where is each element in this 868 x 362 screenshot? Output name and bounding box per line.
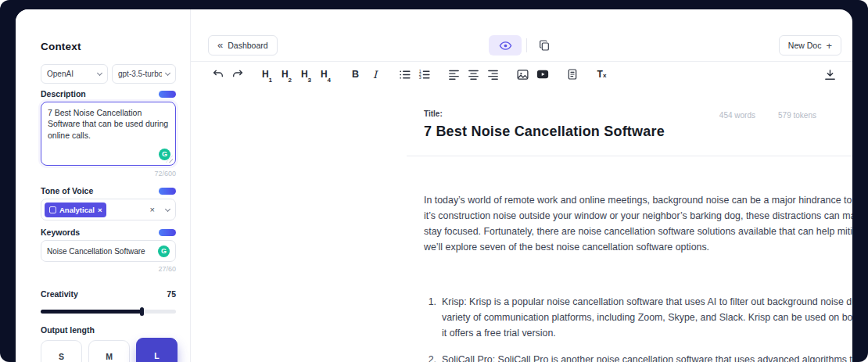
tone-tag-analytical[interactable]: Analytical × bbox=[45, 203, 106, 217]
h-sub: 4 bbox=[328, 77, 331, 84]
clear-format-icon: Tx bbox=[597, 69, 607, 80]
new-doc-button[interactable]: New Doc + bbox=[779, 35, 841, 56]
download-icon bbox=[823, 68, 837, 81]
creativity-label-row: Creativity 75 bbox=[41, 289, 176, 299]
keywords-label-row: Keywords bbox=[41, 228, 176, 237]
tone-label-row: Tone of Voice bbox=[41, 186, 176, 195]
creativity-slider-fill bbox=[41, 310, 142, 314]
h-glyph: H bbox=[301, 69, 308, 80]
tone-select[interactable]: Analytical × × bbox=[41, 199, 176, 220]
h-sub: 2 bbox=[289, 77, 292, 84]
insert-video-button[interactable] bbox=[533, 65, 552, 84]
h2-button[interactable]: H2 bbox=[277, 65, 296, 84]
align-left-icon bbox=[447, 68, 461, 81]
align-right-button[interactable] bbox=[483, 65, 503, 84]
h4-button[interactable]: H4 bbox=[316, 65, 335, 84]
app-window: Context OpenAI gpt-3.5-turbo Description… bbox=[16, 9, 852, 362]
creativity-slider-thumb[interactable] bbox=[140, 307, 144, 316]
undo-icon bbox=[212, 68, 224, 81]
align-right-icon bbox=[486, 68, 500, 81]
creativity-value: 75 bbox=[167, 289, 176, 299]
list-item-text: Krisp: Krisp is a popular noise cancella… bbox=[442, 294, 852, 341]
h1-button[interactable]: H1 bbox=[257, 65, 277, 84]
doc-outline-button[interactable] bbox=[562, 65, 582, 84]
dashboard-button[interactable]: « Dashboard bbox=[208, 35, 278, 56]
download-button[interactable] bbox=[820, 65, 840, 84]
browser-frame: Context OpenAI gpt-3.5-turbo Description… bbox=[0, 0, 868, 362]
sidebar: Context OpenAI gpt-3.5-turbo Description… bbox=[16, 9, 190, 362]
document-icon bbox=[566, 68, 579, 81]
h-sub: 1 bbox=[269, 77, 272, 84]
numbered-list[interactable]: 1. Krisp: Krisp is a popular noise cance… bbox=[425, 294, 852, 362]
h3-button[interactable]: H3 bbox=[296, 65, 316, 84]
align-center-button[interactable] bbox=[464, 65, 483, 84]
dashboard-label: Dashboard bbox=[228, 41, 267, 50]
italic-button[interactable]: I bbox=[365, 65, 385, 84]
output-size-l-button[interactable]: L bbox=[136, 338, 178, 362]
bullet-list-icon bbox=[398, 68, 411, 81]
doc-title-label: Title: bbox=[424, 109, 443, 118]
copy-icon bbox=[538, 39, 551, 52]
bullet-list-button[interactable] bbox=[395, 65, 414, 84]
h-glyph: H bbox=[262, 69, 269, 80]
clear-format-button[interactable]: Tx bbox=[592, 65, 612, 84]
analytical-tag-icon bbox=[49, 206, 56, 213]
keywords-label: Keywords bbox=[41, 228, 80, 237]
output-length-label-row: Output length bbox=[41, 325, 176, 335]
bold-button[interactable]: B bbox=[346, 65, 365, 84]
plus-icon: + bbox=[826, 41, 832, 51]
intro-paragraph: In today’s world of remote work and onli… bbox=[424, 195, 852, 253]
align-left-button[interactable] bbox=[444, 65, 464, 84]
ordered-list-button[interactable]: 1 2 3 bbox=[414, 65, 434, 84]
description-label: Description bbox=[41, 89, 86, 99]
provider-value: OpenAI bbox=[47, 70, 74, 78]
creativity-slider[interactable] bbox=[41, 310, 176, 314]
back-chevrons-icon: « bbox=[217, 40, 223, 50]
tone-toggle[interactable] bbox=[159, 188, 176, 195]
token-count: 579 tokens bbox=[778, 111, 816, 120]
redo-button[interactable] bbox=[228, 65, 247, 84]
list-item-text: SoliCall Pro: SoliCall Pro is another no… bbox=[442, 352, 852, 362]
provider-select[interactable]: OpenAI bbox=[41, 64, 108, 84]
model-select[interactable]: gpt-3.5-turbo bbox=[112, 64, 176, 84]
h-glyph: H bbox=[282, 69, 289, 80]
keywords-toggle[interactable] bbox=[159, 229, 176, 236]
list-item-number: 2. bbox=[425, 352, 436, 362]
creativity-label: Creativity bbox=[41, 289, 78, 299]
sidebar-title: Context bbox=[41, 41, 81, 52]
keywords-value: Noise Cancellation Software bbox=[47, 247, 158, 256]
editor-content[interactable]: In today’s world of remote work and onli… bbox=[424, 192, 852, 255]
list-item: 2. SoliCall Pro: SoliCall Pro is another… bbox=[425, 352, 852, 362]
description-textarea[interactable]: 7 Best Noise Cancellation Software that … bbox=[41, 102, 176, 166]
output-size-m-button[interactable]: M bbox=[88, 340, 130, 362]
chevron-down-icon bbox=[97, 70, 102, 76]
clear-tags-icon[interactable]: × bbox=[150, 206, 155, 214]
ordered-list-icon: 1 2 3 bbox=[418, 68, 431, 81]
h-glyph: H bbox=[321, 69, 328, 80]
keywords-input[interactable]: Noise Cancellation Software G bbox=[41, 240, 176, 262]
doc-title[interactable]: 7 Best Noise Cancellation Software bbox=[424, 124, 665, 140]
description-toggle[interactable] bbox=[159, 91, 176, 98]
insert-image-button[interactable] bbox=[513, 65, 533, 84]
list-item: 1. Krisp: Krisp is a popular noise cance… bbox=[425, 294, 852, 341]
output-size-s-button[interactable]: S bbox=[41, 340, 82, 362]
model-value: gpt-3.5-turbo bbox=[118, 70, 162, 78]
redo-icon bbox=[231, 68, 244, 81]
new-doc-label: New Doc bbox=[788, 41, 822, 50]
output-length-label: Output length bbox=[41, 325, 95, 335]
editor-toolbar: H1 H2 H3 H4 B I bbox=[208, 61, 612, 88]
word-count: 454 words bbox=[719, 111, 755, 120]
undo-button[interactable] bbox=[208, 65, 228, 84]
tag-remove-icon[interactable]: × bbox=[98, 206, 102, 214]
eye-icon bbox=[499, 39, 512, 52]
bold-icon: B bbox=[352, 69, 359, 80]
preview-toggle-button[interactable] bbox=[489, 35, 522, 56]
description-counter: 72/600 bbox=[41, 170, 176, 177]
italic-icon: I bbox=[373, 69, 377, 81]
description-label-row: Description bbox=[41, 89, 176, 99]
grammarly-icon: G bbox=[159, 149, 170, 160]
align-center-icon bbox=[467, 68, 480, 81]
keywords-counter: 27/60 bbox=[41, 265, 176, 273]
tone-tag-label: Analytical bbox=[59, 206, 95, 214]
copy-button[interactable] bbox=[530, 35, 558, 56]
